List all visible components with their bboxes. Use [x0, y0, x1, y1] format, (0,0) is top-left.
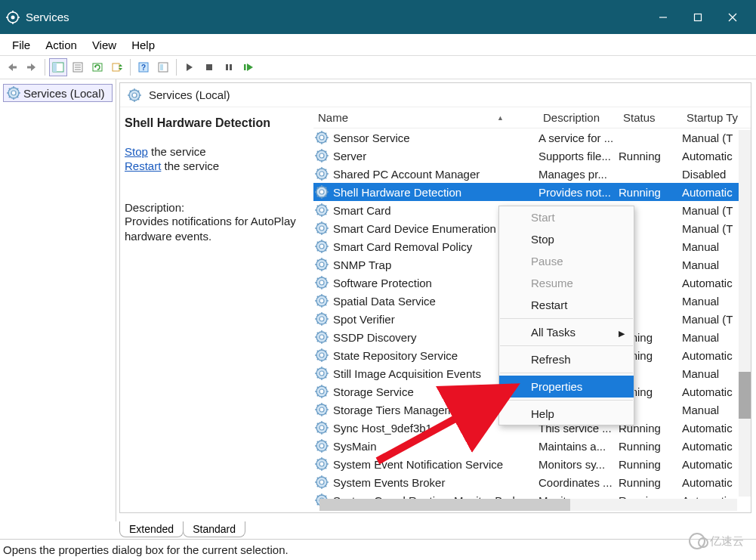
gear-icon: [315, 203, 329, 217]
context-stop[interactable]: Stop: [499, 228, 634, 250]
svg-rect-21: [27, 67, 31, 69]
tree-item-services-local[interactable]: Services (Local): [3, 84, 113, 102]
gear-icon: [315, 421, 329, 435]
pane-header-title: Services (Local): [149, 88, 230, 101]
chevron-right-icon: ▶: [619, 329, 625, 339]
detail-panel: Shell Hardware Detection Stop the servic…: [120, 107, 313, 512]
gear-icon: [315, 475, 329, 489]
vertical-scrollbar[interactable]: [739, 130, 751, 497]
service-name: SysMain: [333, 440, 377, 453]
detail-desc-label: Description:: [125, 201, 303, 214]
scrollbar-thumb[interactable]: [739, 372, 751, 419]
service-row[interactable]: Sensor ServiceA service for ...Manual (T: [313, 128, 751, 147]
gear-icon: [315, 258, 329, 271]
service-name: Smart Card Device Enumeration: [333, 222, 496, 235]
service-desc: Coordinates ...: [538, 476, 619, 489]
stop-service-button[interactable]: [200, 58, 218, 76]
gear-icon: [315, 167, 329, 181]
menu-file[interactable]: File: [5, 36, 38, 54]
service-status: Running: [619, 440, 682, 453]
pause-service-button[interactable]: [220, 58, 238, 76]
pane-header: Services (Local): [120, 83, 751, 107]
context-refresh[interactable]: Refresh: [499, 348, 634, 370]
svg-rect-36: [230, 64, 232, 70]
app-icon: [6, 11, 20, 24]
context-start: Start: [499, 206, 634, 228]
minimize-button[interactable]: [646, 0, 680, 34]
restart-link-rest: the service: [161, 159, 219, 172]
start-service-button[interactable]: [181, 58, 199, 76]
export-button[interactable]: [108, 58, 126, 76]
menu-action[interactable]: Action: [38, 36, 85, 54]
gear-icon: [315, 348, 329, 362]
restart-link[interactable]: Restart: [125, 159, 161, 172]
gear-icon: [315, 276, 329, 289]
context-properties[interactable]: Properties: [499, 376, 634, 398]
service-row[interactable]: System Events BrokerCoordinates ...Runni…: [313, 473, 751, 491]
gear-icon: [315, 294, 329, 308]
gear-icon: [315, 221, 329, 235]
service-name: Sync Host_9def3b1: [333, 422, 432, 435]
service-desc: Supports file...: [538, 150, 619, 162]
gear-icon: [315, 131, 329, 144]
context-help[interactable]: Help: [499, 403, 634, 425]
scrollbar-thumb[interactable]: [319, 499, 570, 511]
svg-text:?: ?: [141, 63, 146, 72]
svg-rect-33: [160, 64, 163, 70]
service-row[interactable]: Shell Hardware DetectionProvides not...R…: [313, 183, 751, 201]
gear-icon: [315, 385, 329, 398]
service-name: Sensor Service: [333, 131, 410, 144]
maximize-button[interactable]: [680, 0, 715, 34]
stop-link[interactable]: Stop: [125, 145, 148, 158]
tab-extended[interactable]: Extended: [119, 521, 184, 537]
service-row[interactable]: SysMainMaintains a...RunningAutomatic: [313, 437, 751, 455]
view-tabs: Extended Standard: [119, 521, 245, 537]
context-restart[interactable]: Restart: [499, 294, 634, 316]
service-name: System Event Notification Service: [333, 458, 503, 471]
gear-icon: [315, 367, 329, 380]
horizontal-scrollbar[interactable]: [319, 499, 737, 511]
restart-service-button[interactable]: [239, 58, 258, 76]
column-status[interactable]: Status: [619, 109, 682, 126]
column-startup[interactable]: Startup Ty: [682, 109, 751, 126]
service-row[interactable]: ServerSupports file...RunningAutomatic: [313, 147, 751, 165]
forward-button[interactable]: [23, 58, 41, 76]
service-desc: Monitors sy...: [538, 458, 619, 471]
tree-item-label: Services (Local): [23, 87, 105, 100]
gear-icon: [315, 312, 329, 326]
column-name[interactable]: Name▲: [313, 109, 538, 126]
back-button[interactable]: [3, 58, 21, 76]
svg-point-11: [11, 15, 15, 19]
service-status: Running: [619, 458, 682, 471]
details-button[interactable]: [69, 58, 87, 76]
gear-icon: [128, 88, 141, 102]
title-bar[interactable]: Services: [0, 0, 756, 34]
refresh-button[interactable]: [88, 58, 106, 76]
svg-rect-20: [13, 67, 17, 69]
context-pause: Pause: [499, 250, 634, 272]
service-status: Running: [619, 150, 682, 162]
context-all-tasks[interactable]: All Tasks▶: [499, 321, 634, 343]
menu-help[interactable]: Help: [124, 36, 162, 54]
service-name: Software Protection: [333, 277, 432, 289]
service-row[interactable]: Shared PC Account ManagerManages pr...Di…: [313, 165, 751, 183]
tab-standard[interactable]: Standard: [183, 521, 245, 537]
status-bar: Opens the properties dialog box for the …: [0, 539, 756, 560]
tree-pane[interactable]: Services (Local): [0, 79, 116, 521]
svg-rect-23: [53, 63, 57, 72]
service-name: Smart Card Removal Policy: [333, 240, 472, 253]
close-button[interactable]: [715, 0, 750, 34]
watermark-text: 亿速云: [710, 534, 744, 549]
help-button[interactable]: ?: [134, 58, 153, 76]
show-hide-tree-button[interactable]: [49, 58, 67, 76]
gear-icon: [315, 403, 329, 416]
window-title: Services: [26, 11, 646, 23]
service-name: Storage Service: [333, 385, 414, 398]
toolbar-button-extra[interactable]: [154, 58, 172, 76]
service-desc: Maintains a...: [538, 440, 619, 453]
svg-rect-37: [244, 64, 246, 70]
column-description[interactable]: Description: [538, 109, 619, 126]
sort-asc-icon: ▲: [497, 114, 504, 122]
service-row[interactable]: System Event Notification ServiceMonitor…: [313, 455, 751, 473]
menu-view[interactable]: View: [85, 36, 124, 54]
